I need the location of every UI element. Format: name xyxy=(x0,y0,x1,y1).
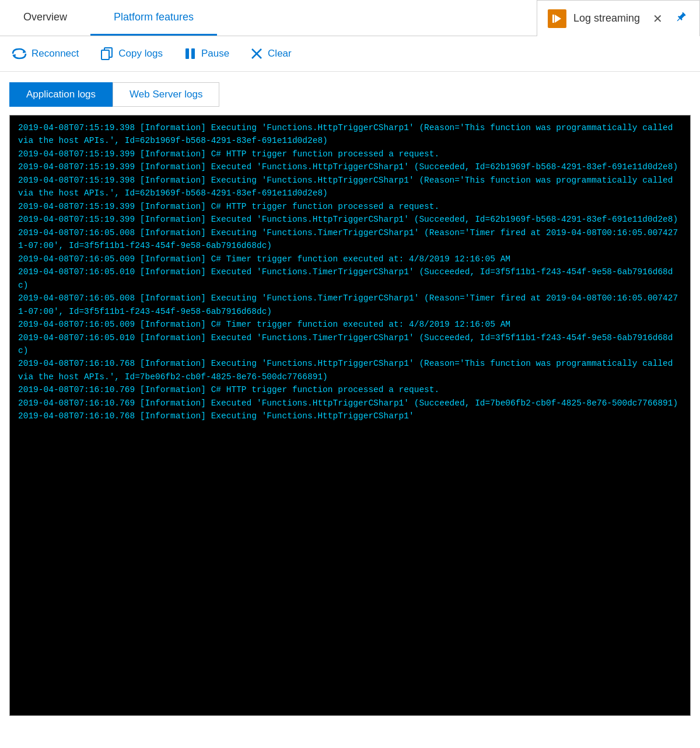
tab-bar: Overview Platform features Log streaming… xyxy=(0,0,700,36)
reconnect-label: Reconnect xyxy=(32,48,79,60)
log-type-tabs: Application logs Web Server logs xyxy=(0,72,700,107)
svg-rect-2 xyxy=(552,15,554,23)
log-console: 2019-04-08T07:15:19.398 [Information] Ex… xyxy=(10,116,690,429)
tab-overview[interactable]: Overview xyxy=(0,0,90,36)
pause-button[interactable]: Pause xyxy=(184,47,229,60)
tab-platform-features-label: Platform features xyxy=(114,11,194,23)
web-server-logs-label: Web Server logs xyxy=(130,89,202,100)
reconnect-button[interactable]: Reconnect xyxy=(12,47,79,60)
clear-label: Clear xyxy=(268,48,292,60)
svg-rect-8 xyxy=(191,48,195,59)
copy-logs-button[interactable]: Copy logs xyxy=(100,47,163,61)
copy-logs-icon xyxy=(100,47,114,61)
clear-icon xyxy=(250,47,263,60)
svg-rect-6 xyxy=(102,50,109,60)
tab-web-server-logs[interactable]: Web Server logs xyxy=(113,82,219,107)
toolbar: Reconnect Copy logs Pause Clear xyxy=(0,36,700,72)
svg-rect-7 xyxy=(186,48,189,59)
tab-application-logs[interactable]: Application logs xyxy=(9,82,113,107)
reconnect-icon xyxy=(12,47,27,60)
pause-label: Pause xyxy=(201,48,229,60)
copy-logs-label: Copy logs xyxy=(118,48,163,60)
log-streaming-icon xyxy=(548,9,566,28)
clear-button[interactable]: Clear xyxy=(250,47,292,60)
pin-panel-button[interactable] xyxy=(674,11,687,26)
log-console-wrapper[interactable]: 2019-04-08T07:15:19.398 [Information] Ex… xyxy=(9,115,691,716)
tab-overview-label: Overview xyxy=(23,11,67,23)
log-streaming-panel: Log streaming ✕ xyxy=(537,0,700,36)
pause-icon xyxy=(184,47,197,60)
application-logs-label: Application logs xyxy=(26,89,96,100)
close-panel-button[interactable]: ✕ xyxy=(653,12,663,26)
tab-platform-features[interactable]: Platform features xyxy=(90,0,217,36)
log-streaming-title: Log streaming xyxy=(573,12,640,25)
